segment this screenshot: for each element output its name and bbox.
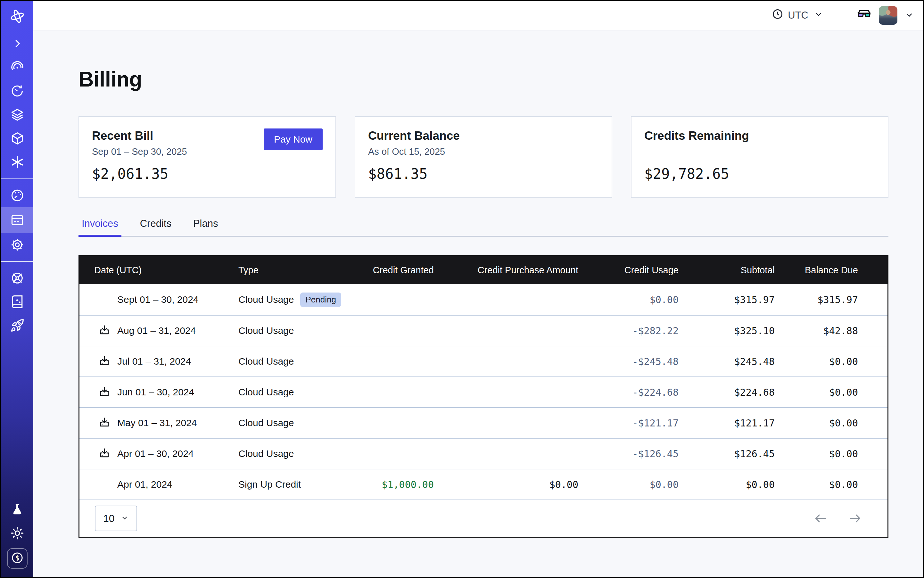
invoice-date: May 01 – 31, 2024 [117, 417, 197, 429]
invoice-row: Apr 01 – 30, 2024 Cloud Usage -$126.45 $… [80, 438, 887, 469]
cube-icon [10, 132, 24, 146]
balance-due-value: $0.00 [775, 356, 887, 367]
subtotal-value: $325.10 [679, 325, 775, 336]
current-balance-card: Current Balance As of Oct 15, 2025 $861.… [355, 116, 612, 198]
next-page-button[interactable] [848, 511, 862, 526]
balance-due-value: $0.00 [775, 417, 887, 429]
invoice-type: Cloud Usage [239, 294, 294, 305]
invoice-row: May 01 – 31, 2024 Cloud Usage -$121.17 $… [80, 407, 887, 438]
invoice-date-cell: Jul 01 – 31, 2024 [80, 354, 239, 369]
sidebar: $ [1, 1, 33, 577]
status-badge: Pending [300, 292, 341, 307]
credit-usage-value: -$121.17 [578, 417, 679, 429]
sidebar-item-gauge[interactable] [1, 183, 33, 207]
tab-credits[interactable]: Credits [137, 218, 175, 236]
sidebar-expand-button[interactable] [1, 32, 33, 55]
credit-granted-value: $1,000.00 [368, 479, 434, 490]
theme-toggle[interactable] [1, 521, 33, 545]
credit-usage-value: $0.00 [578, 479, 679, 490]
glasses-button[interactable] [856, 7, 872, 24]
invoice-type-cell: Cloud Usage [239, 325, 368, 336]
asterisk-icon [10, 155, 24, 169]
download-invoice-button[interactable] [97, 416, 112, 430]
download-invoice-button[interactable] [97, 324, 112, 338]
sidebar-item-rocket[interactable] [1, 314, 33, 338]
pay-now-button[interactable]: Pay Now [264, 128, 323, 150]
column-header-date: Date (UTC) [80, 265, 239, 276]
dollar-badge-icon: $ [11, 551, 24, 566]
timezone-selector[interactable]: UTC [772, 8, 823, 23]
download-invoice-button[interactable] [97, 354, 112, 369]
invoice-date: Apr 01, 2024 [117, 479, 172, 490]
sidebar-item-settings[interactable] [1, 233, 33, 257]
invoice-date-cell: Apr 01, 2024 [80, 477, 239, 492]
gear-icon [10, 238, 24, 252]
topbar: UTC [33, 1, 923, 31]
invoice-type-cell: Cloud Usage Pending [239, 292, 368, 307]
subtotal-value: $245.48 [679, 356, 775, 367]
download-invoice-button[interactable] [97, 446, 112, 461]
sun-icon [10, 526, 24, 540]
invoice-date-cell: May 01 – 31, 2024 [80, 416, 239, 430]
timezone-label: UTC [788, 10, 808, 21]
invoice-date-cell: Apr 01 – 30, 2024 [80, 446, 239, 461]
sidebar-item-history[interactable] [1, 79, 33, 103]
table-body: Sept 01 – 30, 2024 Cloud Usage Pending $… [80, 284, 887, 500]
invoice-date-cell: Aug 01 – 31, 2024 [80, 324, 239, 338]
sidebar-item-layers[interactable] [1, 103, 33, 127]
invoice-type-cell: Cloud Usage [239, 448, 368, 459]
column-header-credit-usage: Credit Usage [578, 265, 679, 276]
page-title: Billing [78, 67, 923, 91]
credits-button[interactable]: $ [7, 548, 28, 569]
invoice-date: Jun 01 – 30, 2024 [117, 387, 194, 398]
sidebar-spacer [1, 338, 33, 498]
column-header-credit-granted: Credit Granted [368, 265, 434, 276]
tab-plans[interactable]: Plans [190, 218, 221, 236]
subtotal-value: $315.97 [679, 294, 775, 305]
invoice-date-cell: Jun 01 – 30, 2024 [80, 385, 239, 399]
previous-page-button[interactable] [813, 511, 828, 526]
main-content: Billing Recent Bill Sep 01 – Sep 30, 202… [33, 31, 923, 577]
page-size-value: 10 [103, 513, 115, 524]
sidebar-item-billing[interactable] [1, 207, 33, 233]
avatar[interactable] [879, 6, 897, 25]
invoice-type-cell: Cloud Usage [239, 417, 368, 429]
credit-purchase-value: $0.00 [434, 479, 578, 490]
invoice-type: Cloud Usage [239, 325, 294, 336]
billing-tabs: Invoices Credits Plans [78, 218, 888, 237]
sidebar-item-docs[interactable] [1, 290, 33, 314]
layers-icon [10, 108, 24, 122]
credit-usage-value: -$224.68 [578, 387, 679, 398]
spiral-icon [10, 60, 24, 74]
app-window: $ UTC [0, 0, 924, 578]
credits-remaining-card: Credits Remaining $29,782.65 [631, 116, 888, 198]
card-title: Current Balance [368, 129, 599, 143]
invoice-type-cell: Cloud Usage [239, 356, 368, 367]
invoice-date: Apr 01 – 30, 2024 [117, 448, 194, 459]
sidebar-item-asterisk[interactable] [1, 150, 33, 174]
invoice-date: Aug 01 – 31, 2024 [117, 325, 196, 336]
sidebar-item-experiments[interactable] [1, 498, 33, 521]
sidebar-item-spiral[interactable] [1, 55, 33, 79]
subtotal-value: $121.17 [679, 417, 775, 429]
card-amount: $29,782.65 [644, 166, 875, 182]
page-size-select[interactable]: 10 [95, 506, 137, 531]
app-logo[interactable] [1, 1, 33, 32]
invoices-table: Date (UTC) Type Credit Granted Credit Pu… [78, 255, 888, 537]
gauge-icon [10, 188, 24, 203]
credit-usage-value: $0.00 [578, 294, 679, 305]
invoice-row: Aug 01 – 31, 2024 Cloud Usage -$282.22 $… [80, 315, 887, 346]
user-menu-chevron-icon[interactable] [905, 10, 914, 21]
balance-due-value: $42.88 [775, 325, 887, 336]
svg-text:$: $ [15, 554, 19, 562]
sidebar-item-wheel[interactable] [1, 266, 33, 290]
invoice-type: Cloud Usage [239, 356, 294, 367]
column-header-balance-due: Balance Due [775, 265, 887, 276]
billing-card-icon [10, 213, 24, 227]
clock-icon [772, 8, 783, 23]
card-amount: $2,061.35 [92, 166, 323, 182]
download-invoice-button[interactable] [97, 385, 112, 399]
sidebar-item-cube[interactable] [1, 127, 33, 150]
tab-invoices[interactable]: Invoices [78, 218, 122, 236]
card-subtitle [644, 146, 875, 157]
